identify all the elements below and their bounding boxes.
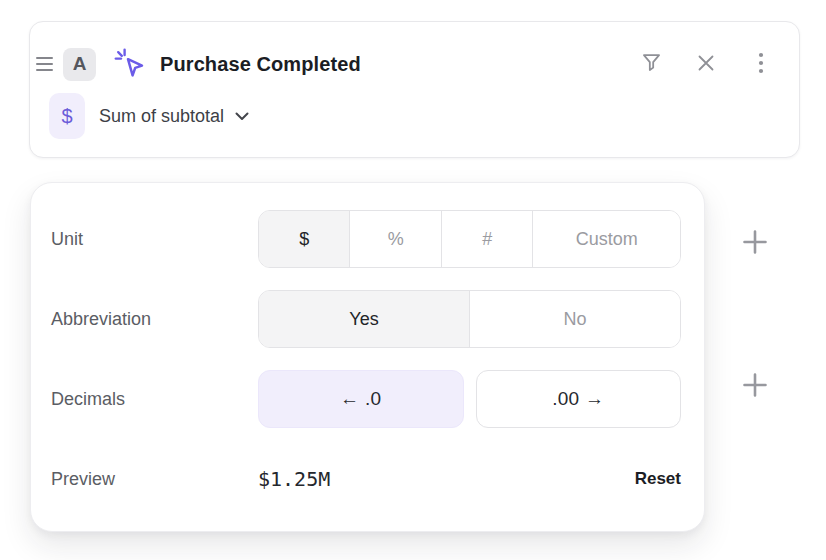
drag-handle-icon[interactable] bbox=[36, 56, 56, 72]
plus-icon bbox=[742, 229, 768, 258]
currency-unit-badge: $ bbox=[49, 93, 85, 139]
metric-editor-canvas: A Purchase Completed bbox=[0, 0, 826, 560]
event-letter-badge: A bbox=[63, 48, 96, 81]
event-card-actions bbox=[637, 50, 775, 78]
unit-label: Unit bbox=[51, 229, 258, 250]
preview-row: Preview $1.25M Reset bbox=[51, 450, 681, 508]
abbreviation-row: Abbreviation Yes No bbox=[51, 290, 681, 348]
unit-option-percent[interactable]: % bbox=[349, 211, 440, 267]
remove-event-button[interactable] bbox=[692, 50, 720, 78]
abbreviation-option-no[interactable]: No bbox=[469, 291, 680, 347]
cursor-click-icon bbox=[111, 45, 149, 83]
decimals-controls: ← .0 .00 → bbox=[258, 370, 681, 428]
increase-decimals-button[interactable]: .00 → bbox=[476, 370, 682, 428]
reset-button[interactable]: Reset bbox=[635, 469, 681, 489]
metric-select[interactable]: Sum of subtotal bbox=[99, 106, 249, 127]
plus-icon bbox=[742, 372, 768, 401]
abbreviation-option-yes[interactable]: Yes bbox=[259, 291, 469, 347]
add-event-button[interactable] bbox=[740, 371, 770, 401]
number-format-panel: Unit $ % # Custom Abbreviation Yes No De… bbox=[30, 182, 705, 532]
unit-option-custom[interactable]: Custom bbox=[532, 211, 680, 267]
close-icon bbox=[696, 53, 716, 76]
preview-label: Preview bbox=[51, 469, 258, 490]
chevron-down-icon bbox=[235, 109, 249, 124]
kebab-menu-icon bbox=[758, 52, 764, 77]
unit-segmented-control: $ % # Custom bbox=[258, 210, 681, 268]
add-metric-button[interactable] bbox=[740, 228, 770, 258]
decrease-decimals-button[interactable]: ← .0 bbox=[258, 370, 464, 428]
event-card: A Purchase Completed bbox=[29, 21, 800, 158]
abbreviation-label: Abbreviation bbox=[51, 309, 258, 330]
filter-button[interactable] bbox=[637, 50, 665, 78]
decimals-row: Decimals ← .0 .00 → bbox=[51, 370, 681, 428]
unit-option-number[interactable]: # bbox=[441, 211, 532, 267]
abbreviation-segmented-control: Yes No bbox=[258, 290, 681, 348]
event-card-header: A Purchase Completed bbox=[36, 44, 775, 84]
preview-value: $1.25M bbox=[258, 467, 330, 491]
metric-row: $ Sum of subtotal bbox=[49, 93, 249, 139]
unit-option-dollar[interactable]: $ bbox=[259, 211, 349, 267]
more-options-button[interactable] bbox=[747, 50, 775, 78]
event-title[interactable]: Purchase Completed bbox=[160, 53, 361, 76]
metric-select-label: Sum of subtotal bbox=[99, 106, 224, 127]
decimals-label: Decimals bbox=[51, 389, 258, 410]
unit-row: Unit $ % # Custom bbox=[51, 210, 681, 268]
filter-funnel-icon bbox=[641, 52, 662, 76]
